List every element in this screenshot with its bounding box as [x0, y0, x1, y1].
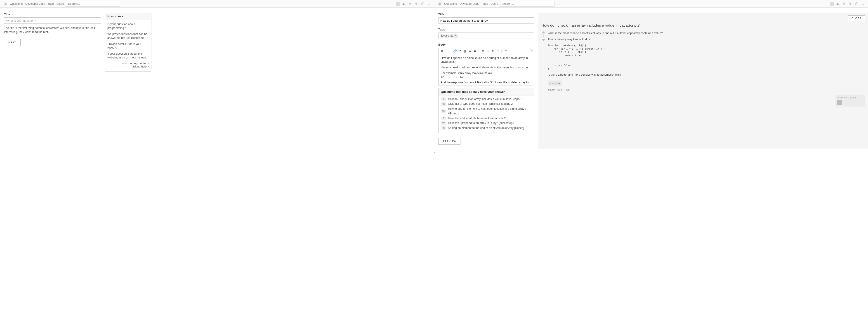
duplicate-answer-count: 63	[441, 102, 446, 106]
avatar[interactable]	[830, 2, 834, 6]
duplicate-suggestion[interactable]: 7How do I add an attribute name to an ar…	[441, 116, 532, 121]
code-button[interactable]: {}	[463, 49, 467, 53]
asking-help-link[interactable]: asking help »	[107, 65, 149, 68]
body-line: For example, if my array looks like belo…	[441, 71, 532, 79]
divider-handle	[434, 152, 435, 153]
stackoverflow-logo-icon	[3, 2, 8, 6]
reputation-score: 31	[836, 2, 839, 5]
ulist-button[interactable]: ☰	[486, 49, 490, 53]
tag-chip-label: javascript	[441, 34, 453, 37]
nav-users[interactable]: Users	[57, 2, 64, 5]
body-line: And the response from my AJAX call is 34…	[441, 80, 532, 85]
duplicate-suggestion[interactable]: 39Adding an element to the end of an NSM…	[441, 126, 532, 131]
snippet-button[interactable]: ▣	[473, 49, 477, 53]
duplicate-title: CSS last of type does not match while st…	[448, 102, 513, 106]
duplicate-answer-count: 7	[441, 117, 446, 120]
duplicate-suggestion[interactable]: 57How can I prepend to an array in Ruby?…	[441, 121, 532, 126]
heading-button[interactable]: ≡	[491, 49, 495, 53]
upvote-button[interactable]	[541, 31, 546, 33]
title-input[interactable]	[4, 17, 101, 24]
top-bar: Questions Developer Jobs Tags Users 31 ?	[434, 0, 868, 8]
inbox-icon[interactable]	[842, 2, 846, 6]
duplicate-answer-count: 19	[441, 109, 446, 113]
flag-link[interactable]: Flag	[565, 88, 569, 92]
asked-card: Asked Apr 2 at 6:32	[835, 95, 865, 107]
tag-remove-icon[interactable]: ✕	[454, 34, 457, 37]
duplicate-answer-count: 39	[441, 126, 446, 130]
nav-questions[interactable]: Questions	[444, 2, 457, 5]
how-to-ask-p1: Is your question about programming?	[107, 22, 149, 30]
tags-input[interactable]: javascript ✕	[438, 33, 534, 39]
vote-score: 9	[542, 34, 544, 37]
help-center-link[interactable]: visit the help center »	[107, 62, 149, 65]
italic-button[interactable]: I	[445, 49, 450, 53]
quote-button[interactable]: ❝	[458, 49, 462, 53]
how-to-ask-heading: How to Ask	[105, 13, 151, 20]
help-icon[interactable]: ?	[855, 2, 859, 6]
nav-users[interactable]: Users	[491, 2, 498, 5]
duplicate-answer-count: 9	[441, 98, 446, 101]
reputation-score: 31	[402, 2, 405, 5]
image-button[interactable]: 🖼	[468, 49, 472, 53]
how-to-ask-p3: Provide details. Share your research.	[107, 42, 149, 50]
trophy-icon[interactable]	[414, 2, 418, 6]
hr-button[interactable]: ━	[495, 49, 500, 53]
how-to-ask-p2: We prefer questions that can be answered…	[107, 32, 149, 40]
stackoverflow-logo-icon	[437, 2, 442, 6]
duplicate-title: How do I add an attribute name to an arr…	[448, 116, 506, 121]
bold-button[interactable]: B	[440, 49, 444, 53]
trophy-icon[interactable]	[848, 2, 852, 6]
duplicate-title: Adding an element to the end of an NSMut…	[448, 126, 526, 131]
duplicate-answer-count: 57	[441, 121, 446, 125]
asker-avatar	[837, 100, 842, 105]
undo-button[interactable]: ↶	[503, 49, 508, 53]
preview-tag[interactable]: javascript	[548, 80, 562, 85]
preview-button[interactable]: PREVIEW	[438, 138, 460, 145]
preview-paragraph: Is there a better and more concise way t…	[548, 73, 865, 77]
help-icon[interactable]: ?	[421, 2, 425, 6]
preview-code: function contains(a, obj) { for (var I =…	[548, 44, 865, 70]
search-input[interactable]	[66, 1, 120, 6]
duplicate-title: How to add an element to next open locat…	[448, 107, 532, 116]
preview-question-title: How do I check if an array includes a va…	[541, 23, 865, 28]
avatar[interactable]	[396, 2, 400, 6]
title-input[interactable]	[438, 17, 534, 24]
duplicate-suggestion[interactable]: 63CSS last of type does not match while …	[441, 102, 532, 106]
title-help-text: The title is the first thing potential a…	[4, 26, 97, 34]
duplicate-title: How do I check if an array includes a va…	[448, 97, 523, 102]
body-label: Body	[438, 43, 534, 46]
nav-tags[interactable]: Tags	[482, 2, 488, 5]
search-input[interactable]	[500, 1, 555, 6]
preview-paragraph: This is the only way I know to do it:	[548, 37, 865, 41]
nav-questions[interactable]: Questions	[10, 2, 23, 5]
share-link[interactable]: Share	[548, 88, 555, 92]
menu-icon[interactable]	[427, 2, 431, 6]
body-line: How do I append an object (such as a str…	[441, 56, 532, 64]
how-to-ask-box: How to Ask Is your question about progra…	[105, 13, 151, 72]
body-line: I have a need to add or prepend elements…	[441, 66, 532, 70]
link-button[interactable]: 🔗	[453, 49, 457, 53]
tag-chip: javascript ✕	[440, 34, 458, 38]
close-button[interactable]: CLOSE	[848, 15, 865, 21]
top-bar: Questions Developer Jobs Tags Users 31 ?	[0, 0, 434, 8]
olist-button[interactable]: ≣	[480, 49, 485, 53]
edit-link[interactable]: Edit	[557, 88, 562, 92]
downvote-button[interactable]	[541, 39, 546, 41]
editor-help-icon[interactable]: ?	[530, 49, 533, 52]
preview-paragraph: What is the most concise and efficient w…	[548, 31, 865, 35]
nav-developer-jobs[interactable]: Developer Jobs	[25, 2, 45, 5]
duplicate-suggestion[interactable]: 19How to add an element to next open loc…	[441, 107, 532, 116]
redo-button[interactable]: ↷	[508, 49, 513, 53]
inbox-icon[interactable]	[408, 2, 412, 6]
title-label: Title	[438, 13, 534, 16]
title-label: Title	[4, 13, 101, 16]
next-button[interactable]: NEXT	[4, 39, 21, 46]
editor-toolbar: B I 🔗 ❝ {} 🖼 ▣ ≣ ☰ ≡	[438, 48, 534, 54]
nav-tags[interactable]: Tags	[48, 2, 54, 5]
duplicate-suggestion[interactable]: 9How do I check if an array includes a v…	[441, 97, 532, 102]
nav-developer-jobs[interactable]: Developer Jobs	[460, 2, 479, 5]
body-editor[interactable]: How do I append an object (such as a str…	[438, 54, 534, 85]
menu-icon[interactable]	[861, 2, 865, 6]
tags-label: Tags	[438, 28, 534, 31]
asked-timestamp: Asked Apr 2 at 6:32	[837, 96, 864, 99]
